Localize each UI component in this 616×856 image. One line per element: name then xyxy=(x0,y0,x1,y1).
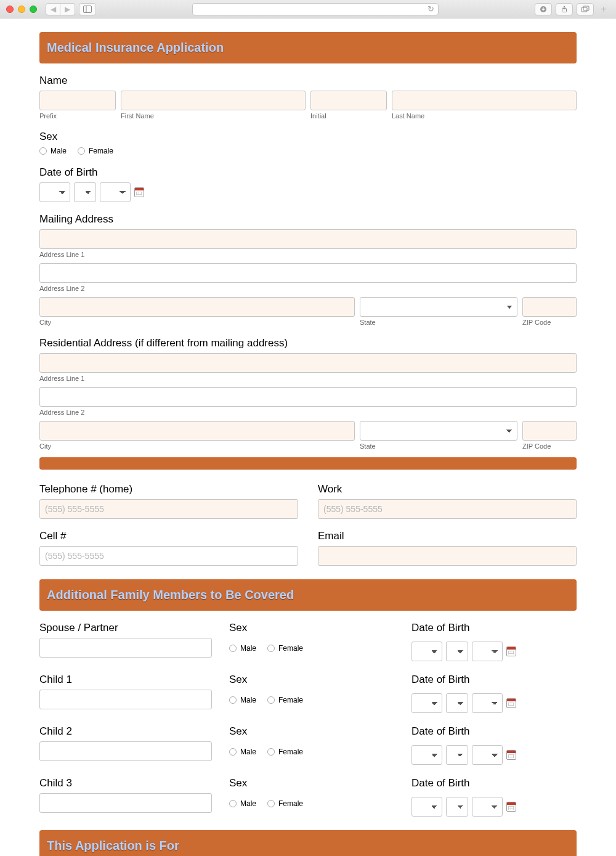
mailing-state-select[interactable] xyxy=(360,297,517,317)
family-row-0-dob-label: Date of Birth xyxy=(411,622,577,634)
family-row-3-dob-label: Date of Birth xyxy=(411,777,577,789)
svg-rect-5 xyxy=(583,6,589,10)
phone-cell-input[interactable] xyxy=(39,546,298,566)
family-row-0-female-radio[interactable]: Female xyxy=(267,644,303,653)
family-row-2-female-radio[interactable]: Female xyxy=(267,748,303,756)
family-row-0-male-radio[interactable]: Male xyxy=(229,644,256,653)
family-row-2-dob-day[interactable] xyxy=(446,745,468,765)
family-row-1-dob-year[interactable] xyxy=(472,693,503,713)
family-row-3-name-input[interactable] xyxy=(39,793,212,813)
sidebar-toggle-button[interactable] xyxy=(79,3,96,15)
share-button[interactable] xyxy=(556,3,573,15)
email-input[interactable] xyxy=(318,546,577,566)
family-row-0-name-label: Spouse / Partner xyxy=(39,622,212,634)
family-row-1-sex-label: Sex xyxy=(229,674,394,686)
family-row-3-male-radio[interactable]: Male xyxy=(229,799,256,808)
family-row-2-name-label: Child 2 xyxy=(39,725,212,738)
forward-button[interactable]: ▶ xyxy=(60,3,75,15)
family-row-0-sex-label: Sex xyxy=(229,622,394,634)
name-prefix-sublabel: Prefix xyxy=(39,112,116,120)
family-row-0-dob-year[interactable] xyxy=(472,642,503,661)
family-row-3-dob-year[interactable] xyxy=(472,797,503,817)
residential-state-select[interactable] xyxy=(360,421,517,441)
family-row-3-dob-month[interactable] xyxy=(411,797,442,817)
downloads-button[interactable] xyxy=(535,3,552,15)
sex-female-radio[interactable]: Female xyxy=(78,147,113,155)
section-divider xyxy=(39,457,577,470)
family-row-2-dob-label: Date of Birth xyxy=(411,725,577,738)
window-controls xyxy=(6,6,37,13)
reload-icon[interactable]: ↻ xyxy=(428,4,434,14)
calendar-icon[interactable] xyxy=(506,698,516,708)
name-initial-input[interactable] xyxy=(310,91,387,110)
residential-state-sublabel: State xyxy=(360,442,517,450)
phone-work-input[interactable] xyxy=(318,499,577,519)
minimize-window-button[interactable] xyxy=(18,6,25,13)
family-row-0-dob-month[interactable] xyxy=(411,642,442,661)
phone-home-input[interactable] xyxy=(39,499,298,519)
mailing-zip-sublabel: ZIP Code xyxy=(522,319,577,326)
family-row-0-dob-day[interactable] xyxy=(446,642,468,661)
family-row-3-dob-day[interactable] xyxy=(446,797,468,817)
family-row-0-name-input[interactable] xyxy=(39,638,212,658)
mailing-line2-input[interactable] xyxy=(39,263,577,283)
fullscreen-window-button[interactable] xyxy=(30,6,37,13)
close-window-button[interactable] xyxy=(6,6,14,13)
family-row-2-dob-month[interactable] xyxy=(411,745,442,765)
family-row-2-name-input[interactable] xyxy=(39,741,212,761)
family-row-1-name-label: Child 1 xyxy=(39,674,212,686)
family-row-2-male-radio[interactable]: Male xyxy=(229,748,256,756)
mailing-city-input[interactable] xyxy=(39,297,355,317)
calendar-icon[interactable] xyxy=(506,750,516,760)
mailing-zip-input[interactable] xyxy=(522,297,577,317)
email-label: Email xyxy=(318,530,577,542)
family-row-2-dob-year[interactable] xyxy=(472,745,503,765)
family-row-3-female-radio[interactable]: Female xyxy=(267,799,303,808)
section-header-app-for: This Application is For xyxy=(39,830,577,856)
section-header-family: Additional Family Members to Be Covered xyxy=(39,579,577,611)
sex-female-text: Female xyxy=(89,147,113,155)
family-row-1-dob-month[interactable] xyxy=(411,693,442,713)
dob-year-select[interactable] xyxy=(100,182,131,202)
radio-label: Female xyxy=(278,799,303,808)
sex-label: Sex xyxy=(39,131,577,143)
radio-icon xyxy=(229,696,237,704)
dob-day-select[interactable] xyxy=(74,182,96,202)
name-last-sublabel: Last Name xyxy=(392,112,577,120)
dob-month-select[interactable] xyxy=(39,182,70,202)
tabs-button[interactable] xyxy=(577,3,594,15)
back-button[interactable]: ◀ xyxy=(46,3,60,15)
sex-male-text: Male xyxy=(51,147,67,155)
radio-icon xyxy=(229,645,237,652)
family-row-1-male-radio[interactable]: Male xyxy=(229,696,256,704)
calendar-icon[interactable] xyxy=(506,802,516,812)
mailing-line2-sublabel: Address Line 2 xyxy=(39,285,577,292)
radio-icon xyxy=(229,800,237,807)
new-tab-button[interactable]: + xyxy=(598,4,610,15)
radio-label: Male xyxy=(240,748,256,756)
residential-city-input[interactable] xyxy=(39,421,355,441)
family-row-1-female-radio[interactable]: Female xyxy=(267,696,303,704)
calendar-icon[interactable] xyxy=(506,646,516,656)
phone-home-label: Telephone # (home) xyxy=(39,483,298,495)
radio-label: Female xyxy=(278,644,303,653)
name-prefix-input[interactable] xyxy=(39,91,116,110)
radio-icon xyxy=(39,147,47,155)
residential-zip-input[interactable] xyxy=(522,421,577,441)
radio-label: Male xyxy=(240,644,256,653)
svg-rect-4 xyxy=(582,7,587,12)
radio-icon xyxy=(78,147,85,155)
family-row-1-dob-day[interactable] xyxy=(446,693,468,713)
radio-icon xyxy=(267,645,275,652)
residential-line1-input[interactable] xyxy=(39,353,577,373)
family-row-3-name-label: Child 3 xyxy=(39,777,212,789)
residential-line2-input[interactable] xyxy=(39,387,577,407)
family-row-1-dob-label: Date of Birth xyxy=(411,674,577,686)
sex-male-radio[interactable]: Male xyxy=(39,147,67,155)
name-last-input[interactable] xyxy=(392,91,577,110)
family-row-1-name-input[interactable] xyxy=(39,690,212,709)
calendar-icon[interactable] xyxy=(134,187,144,197)
name-first-input[interactable] xyxy=(121,91,306,110)
mailing-line1-input[interactable] xyxy=(39,229,577,249)
url-bar[interactable]: ↻ xyxy=(192,3,439,15)
